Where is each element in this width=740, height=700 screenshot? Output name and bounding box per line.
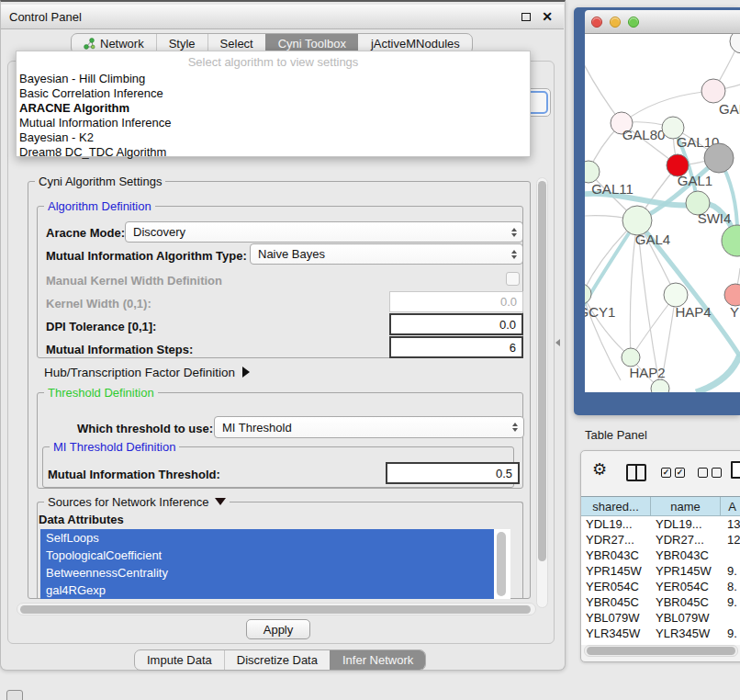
network-node-label: HAP4 [675,304,711,320]
algorithm-list: Bayesian - Hill ClimbingBasic Correlatio… [17,72,530,160]
tab-discretize-data[interactable]: Discretize Data [224,650,330,670]
checked-checkbox-icon[interactable]: ✓ [661,468,671,478]
which-threshold-combobox[interactable]: MI Threshold [214,416,524,438]
table-cell: YLR345W [651,627,721,640]
network-icon [84,38,95,50]
apply-button[interactable]: Apply [246,619,310,639]
settings-vscrollbar[interactable] [536,177,548,608]
table-cell: YBR045C [581,595,651,609]
network-node[interactable] [704,143,734,173]
table-cell: 13 [721,517,740,531]
table-row[interactable]: YDR27...YDR27...12 [581,532,740,548]
network-node-gal11[interactable] [585,161,600,183]
network-node[interactable] [722,225,740,256]
table-cell: YPR145W [581,564,651,578]
table-row[interactable]: YBL079WYBL079W [581,610,740,626]
chevron-right-icon [242,367,250,378]
split-pane-arrow[interactable] [555,339,560,346]
bottom-tabbar: Impute Data Discretize Data Infer Networ… [134,649,426,671]
algorithm-option[interactable]: Bayesian - K2 [17,130,530,145]
page-icon[interactable] [731,461,740,479]
network-titlebar[interactable] [585,10,740,34]
mi-steps-field[interactable]: 6 [389,336,523,358]
combo-spinner-icon [508,423,523,432]
table-row[interactable]: YDL19...YDL19...13 [581,516,740,532]
float-icon[interactable] [521,13,531,21]
mi-threshold-label: Mutual Information Threshold: [48,468,220,481]
network-node-label: HAP2 [629,365,665,380]
gear-icon[interactable]: ⚙ [592,461,607,478]
table-cell: 9. [721,564,740,578]
table-hscrollbar-thumb[interactable] [587,647,735,655]
unchecked-checkbox-icon[interactable] [712,468,722,478]
settings-hscrollbar[interactable] [17,603,536,615]
algorithm-option[interactable]: Bayesian - Hill Climbing [17,72,530,86]
checked-checkbox-icon[interactable]: ✓ [675,468,685,478]
column-header-partial[interactable]: A [721,497,740,515]
group-threshold-title: Threshold Definition [44,386,158,400]
network-node-label: GAL [719,101,740,117]
which-threshold-label: Which threshold to use: [77,422,213,435]
network-node[interactable] [730,34,740,53]
data-attribute-item[interactable]: SelfLoops [40,529,494,547]
mi-threshold-field[interactable]: 0.5 [386,462,520,484]
mi-type-combobox[interactable]: Naive Bayes [250,243,523,265]
close-traffic-light[interactable] [591,17,602,28]
minimized-panel-icon[interactable] [6,690,23,700]
algorithm-option[interactable]: Dream8 DC_TDC Algorithm [17,145,530,160]
network-node-label: SWI4 [698,210,732,226]
algorithm-option[interactable]: ARACNE Algorithm [17,101,530,116]
unchecked-checkbox-icon[interactable] [698,468,708,478]
data-attribute-item[interactable]: gal4RGexp [40,581,494,599]
aracne-mode-combobox[interactable]: Discovery [125,221,523,243]
settings-vscrollbar-thumb[interactable] [538,181,546,561]
column-header-shared-name[interactable]: shared... [581,497,651,515]
algorithm-option[interactable]: Mutual Information Inference [17,116,530,130]
table-row[interactable]: YPR145WYPR145W9. [581,563,740,579]
network-edge [696,355,740,392]
table-row[interactable]: YBR045CYBR045C9. [581,594,740,610]
network-node-hap2[interactable] [622,348,640,367]
table-hscrollbar[interactable] [584,645,738,657]
table-row[interactable]: YLR345WYLR345W9. [581,626,740,641]
kernel-width-label: Kernel Width (0,1): [46,297,151,310]
attr-list-scrollbar-thumb[interactable] [497,532,506,596]
close-icon[interactable]: ✕ [542,10,553,23]
data-attribute-item[interactable]: BetweennessCentrality [40,564,494,581]
table-cell: YER054C [581,580,651,593]
data-attribute-item[interactable]: TopologicalCoefficient [40,547,494,564]
algorithm-dropdown[interactable]: Select algorithm to view settings Bayesi… [16,51,531,157]
column-header-name[interactable]: name [651,497,721,515]
network-canvas[interactable]: GALGAL80GAL10GAL1GAL11SWI4GAL4GCY1HAP4YH… [585,34,740,392]
hub-definition-toggle[interactable]: Hub/Transcription Factor Definition [44,366,250,379]
table-row[interactable]: YBR043CYBR043C [581,548,740,563]
network-node-y[interactable] [724,284,740,306]
network-node-gal[interactable] [701,79,725,103]
network-node-gcy1[interactable] [585,284,591,304]
network-node-label: GAL80 [622,127,666,142]
tab-infer-network[interactable]: Infer Network [330,650,425,670]
data-attributes-list[interactable]: SelfLoopsTopologicalCoefficientBetweenne… [40,529,510,599]
network-canvas-svg: GALGAL80GAL10GAL1GAL11SWI4GAL4GCY1HAP4YH… [585,34,740,392]
manual-kernel-checkbox[interactable] [506,272,520,286]
split-columns-icon[interactable] [626,464,646,481]
table-cell: YDL19... [651,517,721,531]
combo-spinner-icon [507,228,522,237]
dpi-tolerance-field[interactable]: 0.0 [389,313,523,335]
network-node-label: GCY1 [585,304,615,320]
network-node[interactable] [651,379,669,392]
settings-hscrollbar-thumb[interactable] [20,605,531,614]
tab-impute-data[interactable]: Impute Data [135,650,224,670]
sources-toggle[interactable]: Sources for Network Inference [44,495,230,509]
zoom-traffic-light[interactable] [628,17,639,28]
table-row[interactable]: YER054CYER054C8. [581,579,740,594]
table-body[interactable]: YDL19...YDL19...13YDR27...YDR27...12YBR0… [581,516,740,645]
aracne-mode-label: Aracne Mode: [46,226,125,240]
kernel-width-field[interactable]: 0.0 [389,291,523,312]
dpi-tolerance-label: DPI Tolerance [0,1]: [46,320,156,333]
algorithm-option[interactable]: Basic Correlation Inference [17,86,530,101]
network-node-label: GAL4 [635,231,670,247]
table-cell: YDR27... [651,533,721,547]
group-mi-threshold-title: MI Threshold Definition [50,440,179,454]
minimize-traffic-light[interactable] [610,17,621,28]
